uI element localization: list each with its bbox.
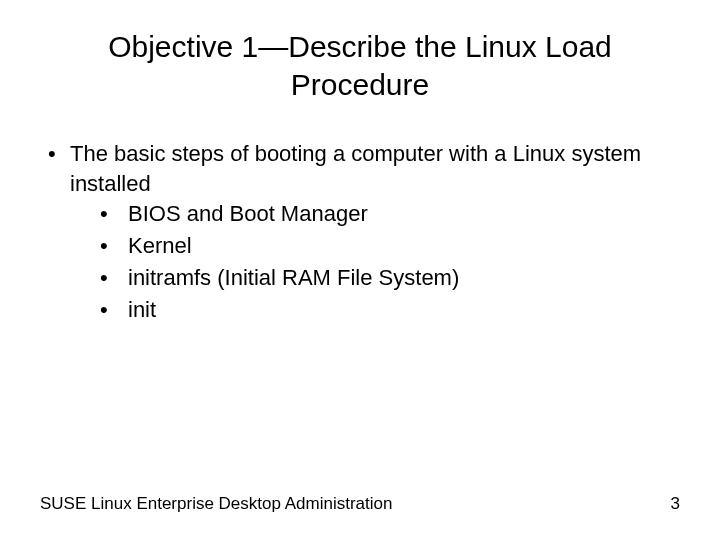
footer-source: SUSE Linux Enterprise Desktop Administra… — [40, 494, 392, 514]
sub-bullet: initramfs (Initial RAM File System) — [70, 262, 680, 294]
sub-bullet-text: initramfs (Initial RAM File System) — [128, 265, 459, 290]
slide-footer: SUSE Linux Enterprise Desktop Administra… — [40, 494, 680, 514]
sub-bullet-text: Kernel — [128, 233, 192, 258]
sub-bullet: Kernel — [70, 230, 680, 262]
sub-bullet-text: init — [128, 297, 156, 322]
page-number: 3 — [671, 494, 680, 514]
bullet-main-text: The basic steps of booting a computer wi… — [70, 141, 641, 196]
slide-title: Objective 1—Describe the Linux Load Proc… — [40, 28, 680, 103]
sub-bullet-list: BIOS and Boot Manager Kernel initramfs (… — [70, 198, 680, 326]
sub-bullet-text: BIOS and Boot Manager — [128, 201, 368, 226]
slide-content: The basic steps of booting a computer wi… — [40, 139, 680, 326]
sub-bullet: init — [70, 294, 680, 326]
bullet-main: The basic steps of booting a computer wi… — [40, 139, 680, 326]
slide: Objective 1—Describe the Linux Load Proc… — [0, 0, 720, 540]
sub-bullet: BIOS and Boot Manager — [70, 198, 680, 230]
